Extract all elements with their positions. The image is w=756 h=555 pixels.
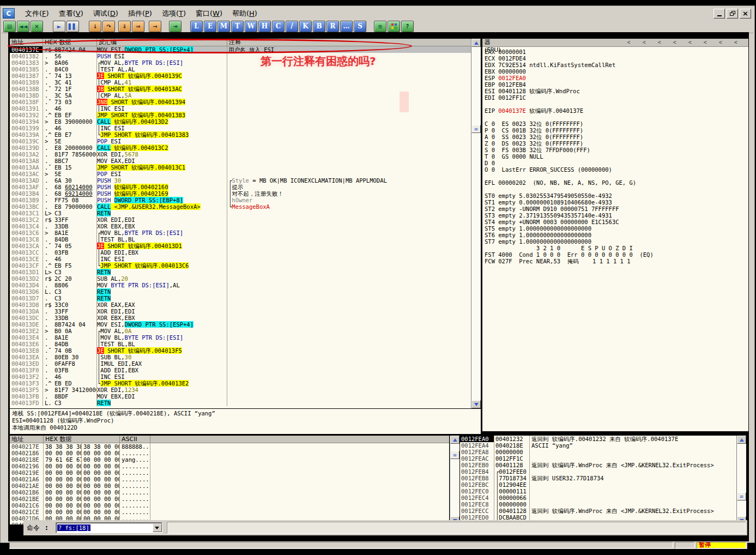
register-line[interactable]: ST4 empty +UNORM 0003 00000000 E1C1563C	[485, 219, 748, 225]
restart-button[interactable]: ◄◄	[17, 21, 29, 32]
disasm-row[interactable]: 004013F3.^EB ED└JMP SHORT 软编码序.004013E2	[10, 380, 471, 387]
register-line[interactable]: EDX 7C92E514 ntdll.KiFastSystemCallRet	[485, 62, 748, 68]
dump-row[interactable]: 0040218E79 61 6E 6700 00 00 00yang....	[10, 456, 449, 463]
letter-button-…[interactable]: …	[340, 21, 353, 32]
animate-into-button[interactable]: ⇓	[118, 21, 131, 32]
chevron-left-icon[interactable]: <	[688, 39, 692, 45]
register-line[interactable]: A 0 SS 0023 32位 0(FFFFFFFF)	[485, 134, 748, 140]
disasm-row[interactable]: 004013CE.46│INC ESI	[10, 256, 471, 262]
disasm-row[interactable]: 00401382.56PUSH ESI	[10, 53, 471, 59]
disasm-row[interactable]: 004013AA.ˇEB 15JMP SHORT 软编码序.004013C1	[10, 164, 471, 171]
register-line[interactable]: P 0 CS 001B 32位 0(FFFFFFFF)	[485, 127, 748, 134]
disasm-row[interactable]: 004013D2r$2C 20SUB AL,20	[10, 275, 471, 282]
disasm-row[interactable]: 004013D8r$33C0XOR EAX,EAX	[10, 301, 471, 308]
letter-button-/[interactable]: /	[286, 21, 298, 32]
animate-over-button[interactable]: ⇒	[132, 21, 144, 32]
disasm-row[interactable]: 004013A8.8BC7MOV EAX,EDI	[10, 158, 471, 164]
disasm-row[interactable]: 004013DC.33DBXOR EBX,EBX	[10, 315, 471, 321]
letter-button-W[interactable]: W	[245, 21, 257, 32]
disasm-row[interactable]: 004013CC.03FB│ADD EDI,EBX	[10, 249, 471, 256]
disasm-row[interactable]: 00401394>E8 39000000CALL 软编码序.004013D2	[10, 118, 471, 125]
chevron-left-icon[interactable]: <	[658, 39, 661, 45]
options-button[interactable]: ≡	[374, 21, 386, 32]
disasm-row[interactable]: 0040139C>5EPOP ESI	[10, 138, 471, 144]
register-line[interactable]: ST2 empty -UNORM D910 00000751 7FFFFFFF	[485, 206, 748, 212]
help-button[interactable]: ?	[401, 21, 414, 32]
chevron-left-icon[interactable]: <	[643, 39, 646, 45]
dump-row[interactable]: 0040217E38 38 38 3838 38 00 00888888..	[10, 443, 449, 450]
register-line[interactable]: T 0 GS 0000 NULL	[485, 153, 748, 160]
disasm-row[interactable]: 004013E2>B0 0A┌MOV AL,0A	[10, 328, 471, 334]
stack-row[interactable]: 0012FEC8│00000000	[460, 501, 736, 508]
register-line[interactable]: ST6 empty 1.0000000000000000000	[485, 232, 748, 238]
dump-row[interactable]: 0040219E00 00 00 0000 00 00 00........	[10, 469, 449, 476]
step-over-button[interactable]: ↷	[102, 21, 115, 32]
letter-button-C[interactable]: C	[272, 21, 285, 32]
disasm-row[interactable]: 004013DE.8B7424 04MOV ESI,DWORD PTR SS:[…	[10, 321, 471, 328]
disasm-row[interactable]: 004013D6L.C3RETN	[10, 288, 471, 295]
appearance-button[interactable]	[388, 21, 400, 32]
disasm-row[interactable]: 004013E4.8A1E│MOV BL,BYTE PTR DS:[ESI]	[10, 334, 471, 341]
scroll-thumb[interactable]: ≡	[737, 492, 746, 500]
register-line[interactable]	[485, 114, 748, 120]
dump-row[interactable]: 0040218600 00 00 0000 00 00 00........	[10, 450, 449, 456]
disasm-row[interactable]: 004013E6.84DB│TEST BL,BL	[10, 341, 471, 347]
dump-scrollbar[interactable]: ≡	[450, 436, 459, 524]
chevron-left-icon[interactable]: <	[673, 39, 676, 45]
disasm-row[interactable]: 004013AD.6A 30PUSH 30┌Style = MB_OK|MB_I…	[10, 177, 471, 184]
exec-till-return-button[interactable]: →	[149, 21, 161, 32]
disasm-row[interactable]: 00401385.84C0│TEST AL,AL	[10, 66, 471, 73]
register-line[interactable]: D 0	[485, 160, 748, 166]
disasm-row[interactable]: 0040139A.^EB E7└JMP SHORT 软编码序.00401383	[10, 131, 471, 138]
register-line[interactable]: ST5 empty 1.0000000000000000000	[485, 225, 748, 232]
register-line[interactable]: ST1 empty 0.0000000108910406680e-4933	[485, 199, 748, 206]
disasm-row[interactable]: 004013C6>8A1E┌MOV BL,BYTE PTR DS:[ESI]	[10, 230, 471, 236]
disasm-row[interactable]: 004013FB.8BDFMOV EBX,EDI	[10, 393, 471, 400]
chevron-left-icon[interactable]: <	[719, 39, 722, 45]
disasm-row[interactable]: 004013D4.8806MOV BYTE PTR DS:[ESI],AL	[10, 282, 471, 288]
register-line[interactable]: S 0 FS 003B 32位 7FFDF000(FFF)	[485, 147, 748, 153]
letter-button-S[interactable]: S	[354, 21, 366, 32]
register-line[interactable]: FCW 027F Prec NEAR,53 掩码 1 1 1 1 1 1	[485, 258, 748, 264]
disasm-row[interactable]: 0040137Er$8B7424 04MOV ESI,DWORD PTR SS:…	[10, 46, 471, 53]
disasm-row[interactable]: 004013BC.E8 79000000CALL <JMP.&USER32.Me…	[10, 203, 471, 210]
run-button[interactable]: ►	[53, 21, 65, 32]
chevron-left-icon[interactable]: <	[704, 39, 707, 45]
close-process-button[interactable]: ×	[31, 21, 43, 32]
register-line[interactable]: EAX 00000001	[485, 49, 748, 55]
dump-row[interactable]: 004021CE00 00 00 0000 00 00 00........	[10, 509, 449, 515]
stack-row[interactable]: 0012FEB4┌0012FEE0	[460, 468, 736, 475]
register-line[interactable]: ST0 empty 5.0302553479549050550e-4932	[485, 192, 748, 199]
minimize-button[interactable]	[713, 9, 725, 19]
letter-button-H[interactable]: H	[258, 21, 271, 32]
restore-button[interactable]	[727, 9, 738, 19]
menu-item-V[interactable]: 查看(V)	[54, 8, 88, 20]
disasm-row[interactable]: 004013E8.ˇ74 0BJE SHORT 软编码序.004013F5	[10, 347, 471, 354]
disasm-row[interactable]: 004013A2.81F7 78560000XOR EDI,5678	[10, 151, 471, 158]
stack-row[interactable]: 0012FEB8│77D18734返回到 USER32.77D18734	[460, 475, 736, 481]
pause-button[interactable]: ▌▌	[66, 21, 79, 32]
register-line[interactable]: ESP 0012FEA0	[485, 75, 748, 81]
scroll-thumb[interactable]: ≡	[450, 451, 459, 459]
disasm-row[interactable]: 004013C2r$33FFXOR EDI,EDI	[10, 216, 471, 223]
dump-row[interactable]: 004021B600 00 00 0000 00 00 00........	[10, 489, 449, 496]
register-line[interactable]: 3 2 1 0 E S P U O Z D I	[485, 245, 748, 251]
letter-button-K[interactable]: K	[299, 21, 312, 32]
register-line[interactable]: ESI 00401128 软编码序.WndProc	[485, 88, 748, 94]
disasm-row[interactable]: 004013C8.84DB│TEST BL,BL	[10, 236, 471, 243]
letter-button-R[interactable]: R	[326, 21, 339, 32]
register-line[interactable]: EBP 0012FEB4	[485, 81, 748, 88]
register-line[interactable]: EBX 00000000	[485, 68, 748, 75]
menu-item-W[interactable]: 窗口(W)	[191, 8, 227, 20]
register-line[interactable]	[485, 186, 748, 192]
disasm-row[interactable]: 004013CA.ˇ74 05JE SHORT 软编码序.004013D1	[10, 243, 471, 249]
disasm-row[interactable]: 004013FDL.C3RETN	[10, 400, 471, 406]
letter-button-M[interactable]: M	[217, 21, 230, 32]
app-icon[interactable]: C	[3, 8, 15, 19]
register-line[interactable]: ST3 empty 2.3719135509435357140e-4931	[485, 212, 748, 219]
disasm-row[interactable]: 004013B4.68 69214000PUSH 软编码序.00402169│对…	[10, 190, 471, 197]
register-line[interactable]: O 0 LastErr ERROR_SUCCESS (00000000)	[485, 166, 748, 173]
disasm-row[interactable]: 00401392.^EB EFJMP SHORT 软编码序.00401383	[10, 112, 471, 118]
chevron-left-icon[interactable]: <	[734, 39, 737, 45]
register-line[interactable]: ST7 empty 1.0000000000000000000	[485, 238, 748, 245]
